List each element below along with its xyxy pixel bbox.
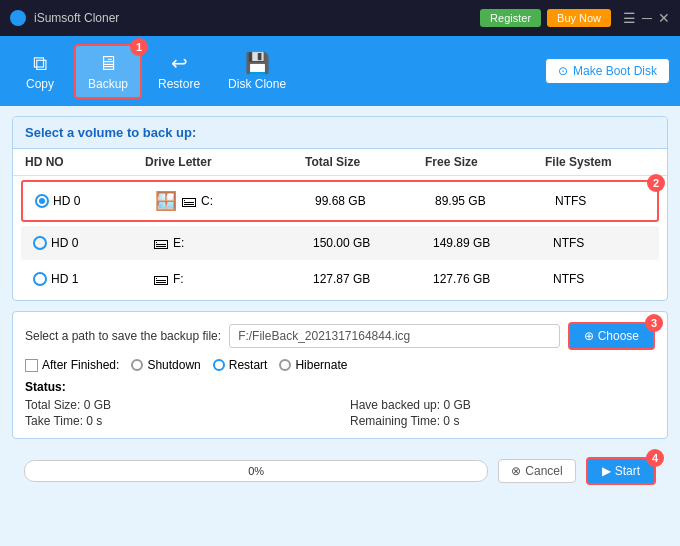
radio-hd1-f[interactable] [33, 272, 47, 286]
app-logo [10, 10, 26, 26]
hd-id-1: HD 0 [51, 236, 78, 250]
remaining-time-status: Remaining Time: 0 s [350, 414, 655, 428]
radio-hd0-c[interactable] [35, 194, 49, 208]
choose-step-badge: 3 [645, 314, 663, 332]
status-grid: Total Size: 0 GB Have backed up: 0 GB Ta… [25, 398, 655, 428]
choose-button[interactable]: ⊕ Choose 3 [568, 322, 655, 350]
disk-icon-e: 🖴 [153, 234, 169, 252]
path-input[interactable] [229, 324, 560, 348]
path-label: Select a path to save the backup file: [25, 329, 221, 343]
toolbar: ⧉ Copy 1 🖥 Backup ↩ Restore 💾 Disk Clone… [0, 36, 680, 106]
file-system-1: NTFS [553, 236, 673, 250]
restart-option[interactable]: Restart [213, 358, 268, 372]
hd-id-2: HD 1 [51, 272, 78, 286]
windows-icon: 🪟 [155, 190, 177, 212]
window-controls: ☰ ─ ✕ [623, 11, 670, 25]
title-bar-right: Register Buy Now ☰ ─ ✕ [480, 9, 670, 27]
hibernate-option[interactable]: Hibernate [279, 358, 347, 372]
cancel-button[interactable]: ⊗ Cancel [498, 459, 575, 483]
copy-icon: ⧉ [33, 52, 47, 75]
row-step-badge-2: 2 [647, 174, 665, 192]
total-size-1: 150.00 GB [313, 236, 433, 250]
volume-section-header: Select a volume to back up: [13, 117, 667, 149]
status-section: Status: Total Size: 0 GB Have backed up:… [25, 380, 655, 428]
start-step-badge: 4 [646, 449, 664, 467]
table-row[interactable]: HD 0 🖴 E: 150.00 GB 149.89 GB NTFS [21, 226, 659, 260]
have-backed-status: Have backed up: 0 GB [350, 398, 655, 412]
after-finished-checkbox[interactable] [25, 359, 38, 372]
drive-letter-text-1: E: [173, 236, 184, 250]
take-time-status: Take Time: 0 s [25, 414, 330, 428]
shutdown-label: Shutdown [147, 358, 200, 372]
start-button[interactable]: ▶ Start 4 [586, 457, 656, 485]
progress-bar-wrap: 0% [24, 460, 488, 482]
restore-label: Restore [158, 77, 200, 91]
restore-icon: ↩ [171, 51, 188, 75]
col-hd-no: HD NO [25, 155, 145, 169]
minimize-icon[interactable]: ─ [642, 11, 652, 25]
close-icon[interactable]: ✕ [658, 11, 670, 25]
hd-id-0: HD 0 [53, 194, 80, 208]
volume-table-header: HD NO Drive Letter Total Size Free Size … [13, 149, 667, 176]
file-system-0: NTFS [555, 194, 675, 208]
progress-text: 0% [248, 465, 264, 477]
volume-section-title: Select a volume to back up: [25, 125, 196, 140]
after-finished-checkbox-label[interactable]: After Finished: [25, 358, 119, 372]
menu-icon[interactable]: ☰ [623, 11, 636, 25]
progress-section: 0% ⊗ Cancel ▶ Start 4 [12, 449, 668, 493]
shutdown-radio[interactable] [131, 359, 143, 371]
disk-icon-f: 🖴 [153, 270, 169, 288]
toolbar-restore[interactable]: ↩ Restore [146, 45, 212, 97]
drive-letter-1: 🖴 E: [153, 234, 313, 252]
buy-now-button[interactable]: Buy Now [547, 9, 611, 27]
bottom-section: Select a path to save the backup file: ⊕… [12, 311, 668, 439]
cancel-icon: ⊗ [511, 464, 521, 478]
toolbar-disk-clone[interactable]: 💾 Disk Clone [216, 45, 298, 97]
table-row[interactable]: HD 0 🪟 🖴 C: 2 99.68 GB 89.95 GB NTFS [21, 180, 659, 222]
backup-label: Backup [88, 77, 128, 91]
col-drive-letter: Drive Letter [145, 155, 305, 169]
plus-icon: ⊕ [584, 329, 594, 343]
disk-clone-label: Disk Clone [228, 77, 286, 91]
toolbar-backup[interactable]: 1 🖥 Backup [74, 44, 142, 99]
disk-icon: 🖴 [181, 192, 197, 210]
make-boot-disk-button[interactable]: ⊙ Make Boot Disk [545, 58, 670, 84]
drive-letter-text-0: C: [201, 194, 213, 208]
app-title: iSumsoft Cloner [34, 11, 119, 25]
drive-letter-0: 🪟 🖴 C: 2 [155, 190, 315, 212]
choose-label: Choose [598, 329, 639, 343]
after-finished-row: After Finished: Shutdown Restart Hiberna… [25, 358, 655, 372]
toolbar-copy[interactable]: ⧉ Copy [10, 46, 70, 97]
backup-step-badge: 1 [130, 38, 148, 56]
backup-icon: 🖥 [98, 52, 118, 75]
restart-label: Restart [229, 358, 268, 372]
start-icon: ▶ [602, 464, 611, 478]
shutdown-option[interactable]: Shutdown [131, 358, 200, 372]
total-size-status: Total Size: 0 GB [25, 398, 330, 412]
disk-clone-icon: 💾 [245, 51, 270, 75]
cancel-label: Cancel [525, 464, 562, 478]
free-size-0: 89.95 GB [435, 194, 555, 208]
col-total-size: Total Size [305, 155, 425, 169]
free-size-1: 149.89 GB [433, 236, 553, 250]
radio-hd0-e[interactable] [33, 236, 47, 250]
drive-cell-2: HD 1 [33, 272, 153, 286]
hibernate-radio[interactable] [279, 359, 291, 371]
col-file-system: File System [545, 155, 665, 169]
drive-cell-0: HD 0 [35, 194, 155, 208]
main-content: Select a volume to back up: HD NO Drive … [0, 106, 680, 503]
copy-label: Copy [26, 77, 54, 91]
start-label: Start [615, 464, 640, 478]
restart-radio[interactable] [213, 359, 225, 371]
status-title: Status: [25, 380, 655, 394]
volume-section: Select a volume to back up: HD NO Drive … [12, 116, 668, 301]
boot-disk-icon: ⊙ [558, 64, 568, 78]
drive-letter-2: 🖴 F: [153, 270, 313, 288]
total-size-2: 127.87 GB [313, 272, 433, 286]
boot-disk-label: Make Boot Disk [573, 64, 657, 78]
col-free-size: Free Size [425, 155, 545, 169]
table-row[interactable]: HD 1 🖴 F: 127.87 GB 127.76 GB NTFS [21, 262, 659, 298]
register-button[interactable]: Register [480, 9, 541, 27]
file-system-2: NTFS [553, 272, 673, 286]
drive-cell-1: HD 0 [33, 236, 153, 250]
